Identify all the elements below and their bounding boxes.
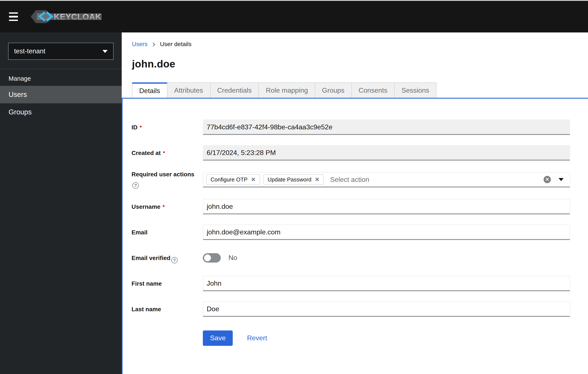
username-label: Username <box>132 203 160 210</box>
last-name-field[interactable] <box>203 301 570 317</box>
first-name-label: First name <box>132 280 162 287</box>
masthead: KEYCLOAK <box>0 1 588 32</box>
id-label: ID <box>132 124 137 131</box>
tab-consents[interactable]: Consents <box>352 83 395 98</box>
breadcrumb: Users User details <box>132 41 578 47</box>
question-circle-icon[interactable]: ? <box>132 182 139 189</box>
page-layout: test-tenant Manage Users Groups Users <box>0 32 588 374</box>
label-cell: Username * <box>132 199 203 214</box>
page-header: Users User details john.doe <box>122 32 588 70</box>
required-asterisk: * <box>140 124 142 130</box>
email-verified-toggle[interactable] <box>203 253 221 263</box>
form-row-created-at: Created at * <box>132 145 570 161</box>
last-name-label: Last name <box>132 306 161 312</box>
label-cell: Required user actions ? <box>132 171 203 189</box>
sidebar-item-label: Groups <box>9 108 32 116</box>
required-user-actions-label: Required user actions <box>132 171 194 178</box>
tab-credentials[interactable]: Credentials <box>210 83 259 98</box>
email-label: Email <box>132 229 147 236</box>
required-asterisk: * <box>162 203 165 210</box>
sidebar-item-users[interactable]: Users <box>0 86 122 103</box>
label-cell: ID * <box>132 120 203 135</box>
label-cell: Email <box>132 225 203 240</box>
realm-selector[interactable]: test-tenant <box>8 43 114 60</box>
caret-down-icon <box>103 50 108 53</box>
tab-groups[interactable]: Groups <box>315 83 352 98</box>
form-row-last-name: Last name <box>132 301 570 317</box>
input-cell <box>203 301 570 317</box>
breadcrumb-current: User details <box>160 41 191 47</box>
realm-selector-section: test-tenant <box>0 32 122 69</box>
breadcrumb-chevron-icon <box>151 42 155 47</box>
input-cell: No <box>203 250 570 266</box>
times-icon[interactable]: ✕ <box>315 177 319 182</box>
brand-wordmark: KEYCLOAK <box>53 12 101 21</box>
email-verified-label: Email verified <box>132 254 170 261</box>
realm-selector-value: test-tenant <box>14 47 45 55</box>
chip-label: Configure OTP <box>210 176 247 183</box>
tab-sessions[interactable]: Sessions <box>395 83 436 98</box>
tab-role-mapping[interactable]: Role mapping <box>259 83 315 98</box>
form-row-required-user-actions: Required user actions ? Configure OTP ✕ <box>132 171 570 189</box>
keycloak-admin-console: KEYCLOAK test-tenant Manage Users Groups <box>0 0 588 374</box>
created-at-field <box>203 145 570 161</box>
keycloak-logo-graphic: KEYCLOAK <box>30 9 102 24</box>
label-cell: Email verified ? <box>132 250 203 266</box>
label-cell: Last name <box>132 301 203 317</box>
tab-bar: Details Attributes Credentials Role mapp… <box>122 83 588 99</box>
sidebar-item-groups[interactable]: Groups <box>0 103 122 121</box>
input-cell: Configure OTP ✕ Update Password ✕ Select… <box>203 171 570 189</box>
revert-link[interactable]: Revert <box>247 334 267 342</box>
question-circle-icon[interactable]: ? <box>171 257 178 263</box>
sidebar: test-tenant Manage Users Groups <box>0 32 122 374</box>
times-icon[interactable]: ✕ <box>251 177 256 182</box>
created-at-label: Created at <box>132 149 161 156</box>
label-cell: First name <box>132 276 203 291</box>
nav-section-manage: Manage <box>0 71 122 86</box>
email-field[interactable] <box>203 225 570 240</box>
input-cell <box>203 199 570 214</box>
input-cell <box>203 120 570 135</box>
multiselect-placeholder: Select action <box>330 176 369 183</box>
form-actions: Save Revert <box>203 331 570 346</box>
input-cell <box>203 276 570 291</box>
chip-label: Update Password <box>268 176 311 183</box>
sidebar-nav: Manage Users Groups <box>0 69 122 121</box>
required-asterisk: * <box>163 150 165 156</box>
id-field <box>203 120 570 135</box>
save-button[interactable]: Save <box>203 331 233 346</box>
screenshot-viewport: KEYCLOAK test-tenant Manage Users Groups <box>0 0 588 374</box>
sidebar-item-label: Users <box>9 91 27 99</box>
keycloak-logo[interactable]: KEYCLOAK <box>30 9 102 24</box>
form-row-username: Username * <box>132 199 570 214</box>
chip-configure-otp: Configure OTP ✕ <box>206 174 260 185</box>
form-row-email-verified: Email verified ? No <box>132 250 570 266</box>
input-cell <box>203 145 570 161</box>
hamburger-menu-icon[interactable] <box>9 12 19 21</box>
main-content: Users User details john.doe Details Attr… <box>122 32 588 374</box>
multiselect-controls: ✕ <box>544 176 564 183</box>
chip-update-password: Update Password ✕ <box>263 174 324 185</box>
form-row-id: ID * <box>132 120 570 135</box>
first-name-field[interactable] <box>203 276 570 291</box>
caret-down-icon[interactable] <box>558 178 564 181</box>
input-cell <box>203 225 570 240</box>
username-field[interactable] <box>203 199 570 214</box>
email-verified-state: No <box>229 254 237 262</box>
required-user-actions-multiselect[interactable]: Configure OTP ✕ Update Password ✕ Select… <box>203 172 570 187</box>
toggle-knob <box>204 254 211 261</box>
label-cell: Created at * <box>132 145 203 161</box>
tab-details[interactable]: Details <box>132 83 168 98</box>
page-title: john.doe <box>132 58 578 70</box>
breadcrumb-link-users[interactable]: Users <box>132 41 147 47</box>
times-circle-icon[interactable]: ✕ <box>544 176 551 183</box>
details-tab-panel: ID * Created at * <box>122 99 588 374</box>
form-row-email: Email <box>132 225 570 240</box>
tab-attributes[interactable]: Attributes <box>168 83 210 98</box>
form-row-first-name: First name <box>132 276 570 291</box>
user-details-form: ID * Created at * <box>132 120 570 346</box>
